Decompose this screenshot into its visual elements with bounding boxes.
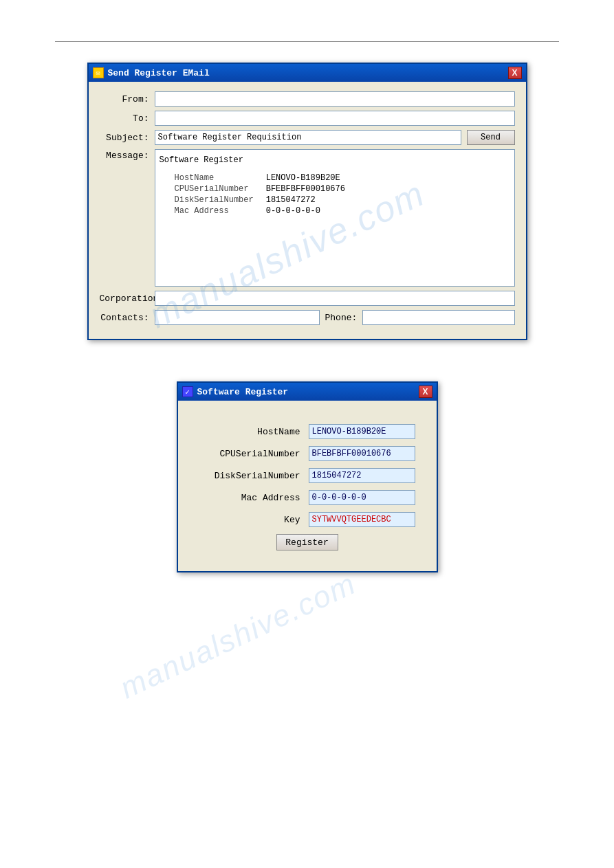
sr-cpu-row: CPUSerialNumber bbox=[206, 446, 409, 461]
mac-value-cell: 0-0-0-0-0-0 bbox=[266, 206, 345, 216]
contacts-label: Contacts: bbox=[100, 313, 155, 323]
sr-key-label: Key bbox=[206, 515, 309, 525]
to-input[interactable] bbox=[155, 111, 515, 126]
subject-row: Subject: Send bbox=[100, 130, 515, 145]
top-divider bbox=[55, 41, 559, 42]
email-dialog-titlebar: ✉ Send Register EMail X bbox=[89, 64, 526, 82]
watermark-2: manualshive.com bbox=[115, 566, 362, 706]
table-row: Mac Address 0-0-0-0-0-0 bbox=[175, 206, 345, 216]
email-dialog: ✉ Send Register EMail X From: To: Subjec… bbox=[87, 63, 527, 340]
phone-label: Phone: bbox=[320, 313, 363, 323]
phone-input[interactable] bbox=[362, 310, 514, 325]
subject-input[interactable] bbox=[155, 130, 461, 145]
mac-label-cell: Mac Address bbox=[175, 206, 265, 216]
message-row: Message: Software Register HostName LENO… bbox=[100, 149, 515, 287]
email-close-button[interactable]: X bbox=[508, 67, 522, 79]
sr-disk-input[interactable] bbox=[309, 468, 415, 483]
sr-hostname-row: HostName bbox=[206, 424, 409, 439]
corporation-label: Corporation: bbox=[100, 293, 155, 304]
register-form: HostName CPUSerialNumber DiskSerialNumbe… bbox=[189, 410, 426, 561]
hostname-label-cell: HostName bbox=[175, 173, 265, 183]
email-dialog-title: Send Register EMail bbox=[108, 68, 210, 78]
message-area[interactable]: Software Register HostName LENOVO-B189B2… bbox=[155, 149, 515, 287]
sr-hostname-label: HostName bbox=[206, 427, 309, 437]
message-header: Software Register bbox=[160, 154, 510, 166]
sr-disk-label: DiskSerialNumber bbox=[206, 471, 309, 481]
cpu-label-cell: CPUSerialNumber bbox=[175, 184, 265, 194]
contacts-row: Contacts: Phone: bbox=[100, 310, 515, 325]
sr-key-row: Key bbox=[206, 512, 409, 527]
corporation-input[interactable] bbox=[155, 291, 515, 306]
titlebar-left: ✉ Send Register EMail bbox=[93, 67, 210, 78]
sr-disk-row: DiskSerialNumber bbox=[206, 468, 409, 483]
cpu-value-cell: BFEBFBFF00010676 bbox=[266, 184, 345, 194]
sr-mac-row: Mac Address bbox=[206, 490, 409, 505]
from-input[interactable] bbox=[155, 91, 515, 107]
table-row: HostName LENOVO-B189B20E bbox=[175, 173, 345, 183]
checkmark-icon: ✓ bbox=[182, 386, 193, 397]
sr-cpu-label: CPUSerialNumber bbox=[206, 449, 309, 459]
register-button[interactable]: Register bbox=[276, 534, 338, 550]
sr-mac-label: Mac Address bbox=[206, 493, 309, 503]
message-label: Message: bbox=[100, 149, 155, 161]
disk-label-cell: DiskSerialNumber bbox=[175, 195, 265, 205]
register-dialog-titlebar: ✓ Software Register X bbox=[178, 383, 437, 401]
subject-label: Subject: bbox=[100, 133, 155, 143]
message-info-table: HostName LENOVO-B189B20E CPUSerialNumber… bbox=[173, 172, 347, 217]
contacts-input[interactable] bbox=[155, 310, 320, 325]
email-title-icon: ✉ bbox=[93, 67, 104, 78]
register-close-button[interactable]: X bbox=[419, 386, 432, 398]
register-button-row: Register bbox=[206, 534, 409, 550]
sr-hostname-input[interactable] bbox=[309, 424, 415, 439]
from-label: From: bbox=[100, 94, 155, 104]
table-row: CPUSerialNumber BFEBFBFF00010676 bbox=[175, 184, 345, 194]
register-dialog-title: Software Register bbox=[197, 387, 289, 397]
register-dialog-body: HostName CPUSerialNumber DiskSerialNumbe… bbox=[178, 401, 437, 571]
corporation-row: Corporation: bbox=[100, 291, 515, 306]
sr-key-input[interactable] bbox=[309, 512, 415, 527]
email-dialog-body: From: To: Subject: Send Message: Softwar… bbox=[89, 82, 526, 339]
table-row: DiskSerialNumber 1815047272 bbox=[175, 195, 345, 205]
register-titlebar-left: ✓ Software Register bbox=[182, 386, 289, 397]
from-row: From: bbox=[100, 91, 515, 107]
hostname-value-cell: LENOVO-B189B20E bbox=[266, 173, 345, 183]
to-row: To: bbox=[100, 111, 515, 126]
disk-value-cell: 1815047272 bbox=[266, 195, 345, 205]
send-button[interactable]: Send bbox=[467, 130, 515, 145]
sr-cpu-input[interactable] bbox=[309, 446, 415, 461]
register-dialog: ✓ Software Register X HostName CPUSerial… bbox=[177, 381, 438, 572]
sr-mac-input[interactable] bbox=[309, 490, 415, 505]
to-label: To: bbox=[100, 113, 155, 124]
